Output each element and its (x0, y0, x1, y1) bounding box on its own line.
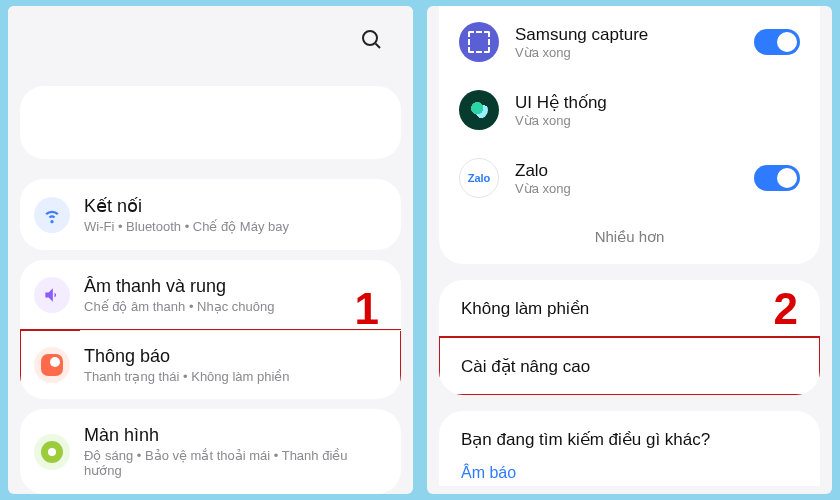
settings-group-2: Âm thanh và rung Chế độ âm thanh • Nhạc … (20, 260, 401, 399)
app-title: Samsung capture (515, 25, 738, 45)
app-text: Zalo Vừa xong (515, 161, 738, 196)
row-subtitle: Chế độ âm thanh • Nhạc chuông (84, 299, 274, 314)
suggestion-link[interactable]: Âm báo (461, 464, 798, 482)
row-subtitle: Wi-Fi • Bluetooth • Chế độ Máy bay (84, 219, 289, 234)
settings-row-connections[interactable]: Kết nối Wi-Fi • Bluetooth • Chế độ Máy b… (20, 179, 401, 250)
settings-row-display[interactable]: Màn hình Độ sáng • Bảo vệ mắt thoải mái … (20, 409, 401, 494)
app-subtitle: Vừa xong (515, 181, 738, 196)
row-text: Màn hình Độ sáng • Bảo vệ mắt thoải mái … (84, 425, 383, 478)
app-title: Zalo (515, 161, 738, 181)
sound-icon (34, 277, 70, 313)
settings-group-1: Kết nối Wi-Fi • Bluetooth • Chế độ Máy b… (20, 179, 401, 250)
svg-point-0 (363, 31, 377, 45)
zalo-icon: Zalo (459, 158, 499, 198)
row-title: Thông báo (84, 346, 290, 367)
notifications-icon (34, 347, 70, 383)
row-title: Kết nối (84, 195, 289, 217)
app-title: UI Hệ thống (515, 92, 800, 113)
row-title: Âm thanh và rung (84, 276, 274, 297)
notifications-screen-step2: 2 Samsung capture Vừa xong UI Hệ thống V… (427, 6, 832, 494)
suggestion-card: Bạn đang tìm kiếm điều gì khác? Âm báo (439, 411, 820, 486)
advanced-settings-item[interactable]: Cài đặt nâng cao (439, 337, 820, 395)
recent-apps-list: Samsung capture Vừa xong UI Hệ thống Vừa… (439, 6, 820, 264)
app-text: UI Hệ thống Vừa xong (515, 92, 800, 128)
row-text: Âm thanh và rung Chế độ âm thanh • Nhạc … (84, 276, 274, 314)
account-card-placeholder[interactable] (20, 86, 401, 160)
search-icon[interactable] (359, 27, 383, 55)
row-text: Kết nối Wi-Fi • Bluetooth • Chế độ Máy b… (84, 195, 289, 234)
do-not-disturb-item[interactable]: Không làm phiền (439, 280, 820, 337)
row-subtitle: Thanh trạng thái • Không làm phiền (84, 369, 290, 384)
capture-icon (459, 22, 499, 62)
svg-line-1 (376, 43, 381, 48)
settings-row-notifications[interactable]: Thông báo Thanh trạng thái • Không làm p… (20, 330, 401, 399)
header-bar (8, 6, 413, 76)
step-number-1: 1 (355, 284, 379, 334)
app-row-zalo[interactable]: Zalo Zalo Vừa xong (439, 144, 820, 212)
row-subtitle: Độ sáng • Bảo vệ mắt thoải mái • Thanh đ… (84, 448, 383, 478)
settings-group-3: Màn hình Độ sáng • Bảo vệ mắt thoải mái … (20, 409, 401, 494)
notification-settings-list: Không làm phiền Cài đặt nâng cao (439, 280, 820, 395)
row-text: Thông báo Thanh trạng thái • Không làm p… (84, 346, 290, 384)
app-row-system-ui[interactable]: UI Hệ thống Vừa xong (439, 76, 820, 144)
app-text: Samsung capture Vừa xong (515, 25, 738, 60)
settings-row-sound[interactable]: Âm thanh và rung Chế độ âm thanh • Nhạc … (20, 260, 401, 330)
row-title: Màn hình (84, 425, 383, 446)
wifi-icon (34, 197, 70, 233)
app-row-samsung-capture[interactable]: Samsung capture Vừa xong (439, 8, 820, 76)
toggle-switch[interactable] (754, 29, 800, 55)
toggle-switch[interactable] (754, 165, 800, 191)
settings-screen-step1: 1 Kết nối Wi-Fi • Bluetooth • Chế độ Máy… (8, 6, 413, 494)
show-more-button[interactable]: Nhiều hơn (439, 212, 820, 264)
app-subtitle: Vừa xong (515, 113, 800, 128)
display-icon (34, 434, 70, 470)
system-ui-icon (459, 90, 499, 130)
app-subtitle: Vừa xong (515, 45, 738, 60)
step-number-2: 2 (774, 284, 798, 334)
suggestion-question: Bạn đang tìm kiếm điều gì khác? (461, 429, 798, 450)
